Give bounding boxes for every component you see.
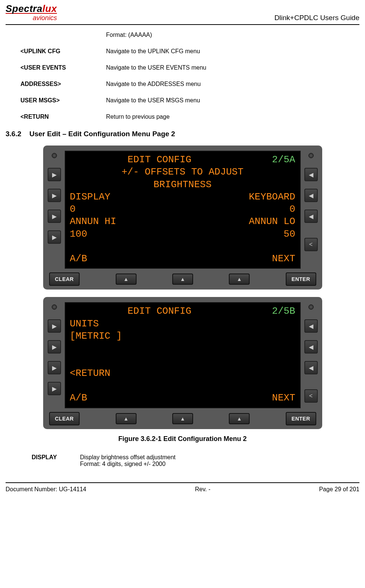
enter-button[interactable]: ENTER [286,272,316,286]
label-display: DISPLAY [70,191,111,203]
label-ab: A/B [70,253,87,265]
label-return: <RETURN [70,367,111,380]
section-number: 3.6.2 [6,130,29,138]
term-user-msgs: USER MSGS> [20,97,106,104]
footer-page-number: Page 29 of 201 [319,486,359,493]
left-lsk-column: ▶ ▶ ▶ ▶ [48,302,61,395]
up-arrow-button[interactable]: ▲ [229,413,250,424]
logo-text-a: Spectra [6,3,42,14]
desc-addresses: Navigate to the ADDRESSES menu [106,81,345,87]
format-note: Format: (AAAAA) [106,32,345,38]
screen-title: EDIT CONFIG [128,305,192,317]
right-lsk-column: ◀ ◀ ◀ < [304,151,318,251]
def-row: <RETURN Return to previous page [20,114,345,120]
screen-page: 2/5B [272,305,295,317]
lsk-r1[interactable]: ◀ [304,168,318,181]
lsk-r1[interactable]: ◀ [304,319,318,333]
lsk-l2[interactable]: ▶ [48,340,61,354]
screen-sub2: BRIGHTNESS [70,179,295,191]
clear-button[interactable]: CLEAR [49,272,80,286]
def-row: <USER EVENTS Navigate to the USER EVENTS… [20,64,345,71]
screen-title: EDIT CONFIG [128,154,192,166]
page-footer: Document Number: UG-14114 Rev. - Page 29… [6,482,359,496]
back-icon[interactable]: < [304,389,318,403]
value-annun-lo: 50 [284,228,295,240]
left-lsk-column: ▶ ▶ ▶ ▶ [48,151,61,244]
desc-user-msgs: Navigate to the USER MSGS menu [106,97,345,104]
device-panel-b: ▶ ▶ ▶ ▶ EDIT CONFIG 2/5B UNITS [METRIC ]… [43,297,322,429]
def-row: <UPLINK CFG Navigate to the UPLINK CFG m… [20,48,345,55]
clear-button[interactable]: CLEAR [49,412,80,425]
lsk-r2[interactable]: ◀ [304,189,318,202]
desc-user-events: Navigate to the USER EVENTS menu [106,64,345,71]
desc-line2: Format: 4 digits, signed +/- 2000 [80,461,345,467]
page-content: Format: (AAAAA) <UPLINK CFG Navigate to … [6,25,359,467]
figure-caption: Figure 3.6.2-1 Edit Configuration Menu 2 [20,435,345,443]
label-next: NEXT [272,392,295,404]
label-annun-hi: ANNUN HI [70,215,116,228]
desc-line1: Display brightness offset adjustment [80,454,345,461]
desc-uplink-cfg: Navigate to the UPLINK CFG menu [106,48,345,55]
led-icon [308,304,314,310]
back-icon[interactable]: < [304,238,318,251]
label-annun-lo: ANNUN LO [249,215,295,228]
term-addresses: ADDRESSES> [20,81,106,87]
up-arrow-button[interactable]: ▲ [172,274,193,285]
logo-main: Spectralux [6,3,57,15]
led-icon [308,153,314,158]
up-arrow-button[interactable]: ▲ [116,274,137,285]
section-title: User Edit – Edit Configuration Menu Page… [29,130,175,138]
lsk-l4[interactable]: ▶ [48,230,61,244]
led-icon [52,153,57,158]
lsk-l1[interactable]: ▶ [48,168,61,181]
logo: Spectralux avionics [6,3,57,22]
footer-revision: Rev. - [195,486,210,493]
lcd-screen-b: EDIT CONFIG 2/5B UNITS [METRIC ] <RETURN… [65,302,301,408]
value-units: [METRIC ] [70,330,122,342]
desc-display: Display brightness offset adjustment For… [80,454,345,467]
value-display: 0 [70,203,76,215]
up-arrow-button[interactable]: ▲ [229,274,250,285]
logo-text-b: lux [42,3,57,14]
screen-page: 2/5A [272,154,295,166]
lsk-r2[interactable]: ◀ [304,340,318,354]
label-next: NEXT [272,253,295,265]
document-title: Dlink+CPDLC Users Guide [274,14,359,22]
lsk-l2[interactable]: ▶ [48,189,61,202]
lsk-r3[interactable]: ◀ [304,210,318,223]
desc-return: Return to previous page [106,114,345,120]
lsk-l1[interactable]: ▶ [48,319,61,333]
term-user-events: <USER EVENTS [20,64,106,71]
footer-doc-number: Document Number: UG-14114 [6,486,86,493]
enter-button[interactable]: ENTER [286,412,316,425]
lower-def-row: DISPLAY Display brightness offset adjust… [32,454,345,467]
lsk-r3[interactable]: ◀ [304,361,318,374]
right-lsk-column: ◀ ◀ ◀ < [304,302,318,403]
value-keyboard: 0 [289,203,295,215]
lsk-l3[interactable]: ▶ [48,210,61,223]
section-heading: 3.6.2User Edit – Edit Configuration Menu… [6,130,345,138]
label-keyboard: KEYBOARD [249,191,295,203]
up-arrow-button[interactable]: ▲ [116,413,137,424]
label-ab: A/B [70,392,87,404]
page-header: Spectralux avionics Dlink+CPDLC Users Gu… [6,0,359,25]
lsk-l4[interactable]: ▶ [48,382,61,395]
term-uplink-cfg: <UPLINK CFG [20,48,106,55]
up-arrow-button[interactable]: ▲ [172,413,193,424]
device-panel-a: ▶ ▶ ▶ ▶ EDIT CONFIG 2/5A +/- OFFSETS TO … [43,146,322,290]
def-row: USER MSGS> Navigate to the USER MSGS men… [20,97,345,104]
def-row: ADDRESSES> Navigate to the ADDRESSES men… [20,81,345,87]
lsk-l3[interactable]: ▶ [48,361,61,374]
led-icon [52,304,57,310]
label-units: UNITS [70,318,99,330]
term-display: DISPLAY [32,454,80,467]
value-annun-hi: 100 [70,228,87,240]
screen-sub1: +/- OFFSETS TO ADJUST [70,166,295,178]
figure-wrap: ▶ ▶ ▶ ▶ EDIT CONFIG 2/5A +/- OFFSETS TO … [20,143,345,443]
lcd-screen-a: EDIT CONFIG 2/5A +/- OFFSETS TO ADJUST B… [65,151,301,269]
term-return: <RETURN [20,114,106,120]
